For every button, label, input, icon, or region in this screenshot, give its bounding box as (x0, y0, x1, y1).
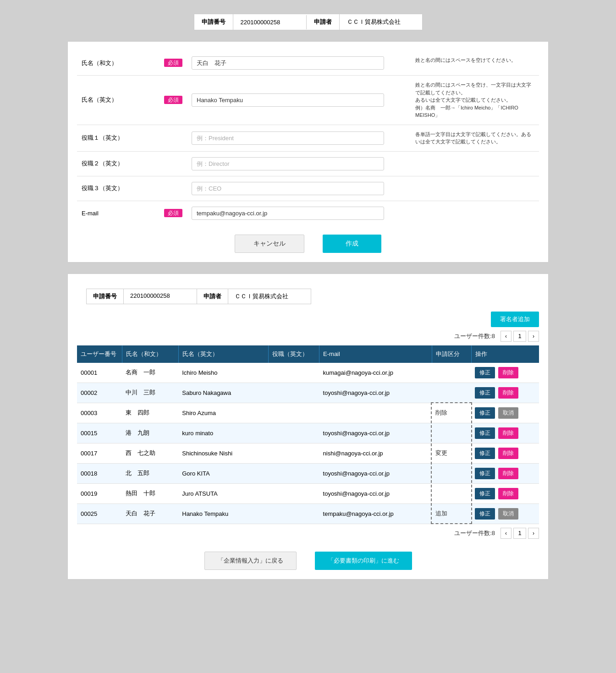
col-header-email: E-mail (319, 345, 432, 363)
cell-id: 00018 (77, 463, 122, 483)
bottom-request-number-value: 220100000258 (124, 289, 197, 304)
cell-email (319, 403, 432, 423)
add-signer-button[interactable]: 署名者追加 (491, 312, 539, 327)
modify-button[interactable]: 修正 (475, 387, 495, 399)
required-name-jp: 必須 (160, 51, 187, 76)
cell-name-en: Saburo Nakagawa (178, 383, 269, 403)
cell-status (432, 483, 471, 503)
create-button[interactable]: 作成 (323, 235, 381, 253)
modify-button[interactable]: 修正 (475, 468, 495, 479)
col-header-name-en: 氏名（英文） (178, 345, 269, 363)
delete-button[interactable]: 削除 (498, 448, 518, 459)
top-pagination: ユーザー件数:8 ‹ › (454, 331, 539, 342)
page-input-bottom[interactable] (513, 528, 526, 539)
cell-email: toyoshi@nagoya-cci.or.jp (319, 483, 432, 503)
form-row-role1: 役職１（英文） 各単語一文字目は大文字で記載してください。あるいは全て大文字で記… (77, 125, 539, 151)
label-role3: 役職３（英文） (77, 176, 160, 201)
top-right-actions: 署名者追加 ユーザー件数:8 ‹ › (68, 304, 548, 342)
modify-button[interactable]: 修正 (475, 407, 495, 419)
delete-button[interactable]: 削除 (498, 427, 518, 439)
cell-id: 00019 (77, 483, 122, 503)
table-row: 00015 港 九朗 kuro minato toyoshi@nagoya-cc… (77, 423, 539, 443)
form-row-email: E-mail 必須 (77, 201, 539, 225)
table-header-row: ユーザー番号 氏名（和文） 氏名（英文） 役職（英文） E-mail 申請区分 … (77, 345, 539, 363)
table-row: 00003 東 四郎 Shiro Azuma 削除 修正 取消 (77, 403, 539, 423)
user-count-label-bottom: ユーザー件数:8 (454, 529, 495, 537)
cell-name-jp: 名商 一郎 (122, 363, 178, 383)
cell-action: 修正 削除 (471, 383, 539, 403)
modify-button[interactable]: 修正 (475, 367, 495, 378)
form-row-role2: 役職２（英文） (77, 151, 539, 176)
required-email: 必須 (160, 201, 187, 225)
cancel-action-button[interactable]: 取消 (498, 407, 518, 419)
required-role3 (160, 176, 187, 201)
input-name-jp[interactable] (192, 56, 384, 70)
cell-name-jp: 天白 花子 (122, 503, 178, 524)
col-header-name-jp: 氏名（和文） (122, 345, 178, 363)
col-header-status: 申請区分 (432, 345, 471, 363)
cancel-button[interactable]: キャンセル (235, 235, 304, 253)
cancel-action-button[interactable]: 取消 (498, 508, 518, 520)
input-cell-role3 (187, 176, 411, 201)
cell-email: toyoshi@nagoya-cci.or.jp (319, 463, 432, 483)
data-table-wrapper: ユーザー番号 氏名（和文） 氏名（英文） 役職（英文） E-mail 申請区分 … (68, 345, 548, 524)
input-name-en[interactable] (192, 93, 384, 107)
required-badge-email: 必須 (164, 209, 182, 217)
hint-role2 (411, 151, 539, 176)
cell-action: 修正 削除 (471, 363, 539, 383)
col-header-id: ユーザー番号 (77, 345, 122, 363)
cell-name-jp: 熱田 十郎 (122, 483, 178, 503)
cell-status: 変更 (432, 443, 471, 463)
cell-email: nishi@nagoya-cci.or.jp (319, 443, 432, 463)
form-table: 氏名（和文） 必須 姓と名の間にはスペースを空けてください。 氏名（英文） 必須 (77, 51, 539, 225)
form-buttons: キャンセル 作成 (77, 235, 539, 253)
page-wrapper: 申請番号 220100000258 申請者 ＣＣＩ貿易株式会社 氏名（和文） 必… (67, 9, 549, 580)
back-button[interactable]: 「企業情報入力」に戻る (204, 552, 297, 570)
cell-role (269, 503, 319, 524)
page-next-top[interactable]: › (528, 331, 539, 342)
required-badge-name-jp: 必須 (164, 59, 182, 67)
cell-id: 00015 (77, 423, 122, 443)
cell-id: 00025 (77, 503, 122, 524)
input-role3[interactable] (192, 182, 384, 195)
label-role1: 役職１（英文） (77, 125, 160, 151)
cell-action: 修正 削除 (471, 463, 539, 483)
table-row: 00017 西 七之助 Shichinosuke Nishi nishi@nag… (77, 443, 539, 463)
cell-status (432, 423, 471, 443)
form-row-role3: 役職３（英文） (77, 176, 539, 201)
cell-email: tempaku@nagoya-cci.or.jp (319, 503, 432, 524)
modify-button[interactable]: 修正 (475, 448, 495, 459)
cell-id: 00002 (77, 383, 122, 403)
input-role2[interactable] (192, 157, 384, 170)
user-count-label-top: ユーザー件数:8 (454, 332, 495, 340)
modify-button[interactable]: 修正 (475, 508, 495, 520)
cell-status (432, 463, 471, 483)
input-role1[interactable] (192, 131, 384, 145)
cell-email: kumagai@nagoya-cci.or.jp (319, 363, 432, 383)
label-role2: 役職２（英文） (77, 151, 160, 176)
cell-action: 修正 取消 (471, 503, 539, 524)
input-cell-role1 (187, 125, 411, 151)
page-input-top[interactable] (513, 331, 526, 342)
delete-button[interactable]: 削除 (498, 488, 518, 499)
input-cell-name-en (187, 76, 411, 125)
next-button[interactable]: 「必要書類の印刷」に進む (315, 552, 412, 570)
delete-button[interactable]: 削除 (498, 367, 518, 378)
page-prev-bottom[interactable]: ‹ (500, 528, 512, 539)
page-next-bottom[interactable]: › (528, 528, 539, 539)
cell-status (432, 363, 471, 383)
form-section: 氏名（和文） 必須 姓と名の間にはスペースを空けてください。 氏名（英文） 必須 (67, 41, 549, 263)
cell-status: 削除 (432, 403, 471, 423)
delete-button[interactable]: 削除 (498, 468, 518, 479)
bottom-requester-label: 申請者 (197, 289, 228, 304)
modify-button[interactable]: 修正 (475, 427, 495, 439)
status-text: 削除 (435, 409, 447, 416)
form-row-name-en: 氏名（英文） 必須 姓と名の間にはスペースを空け、一文字目は大文字で記載してくだ… (77, 76, 539, 125)
delete-button[interactable]: 削除 (498, 387, 518, 399)
table-row: 00018 北 五郎 Goro KITA toyoshi@nagoya-cci.… (77, 463, 539, 483)
col-header-role: 役職（英文） (269, 345, 319, 363)
modify-button[interactable]: 修正 (475, 488, 495, 499)
table-row: 00019 熱田 十郎 Juro ATSUTA toyoshi@nagoya-c… (77, 483, 539, 503)
page-prev-top[interactable]: ‹ (500, 331, 512, 342)
input-email[interactable] (192, 207, 384, 220)
